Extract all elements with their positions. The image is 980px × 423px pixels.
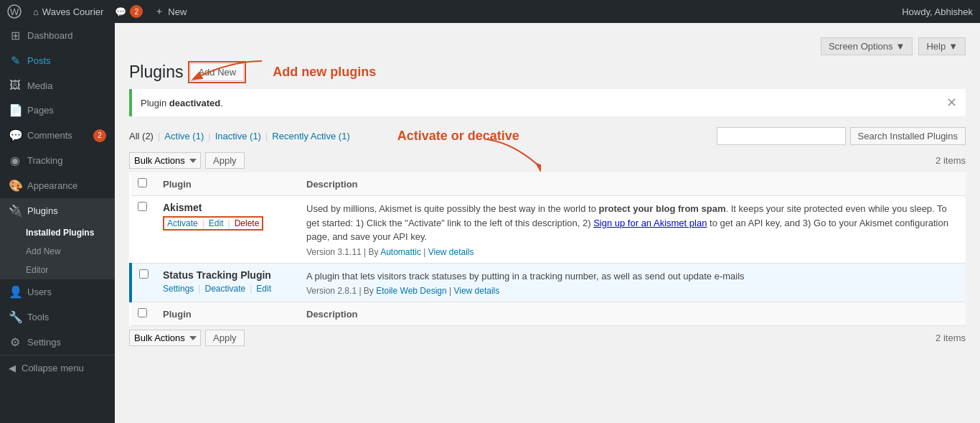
description-col-header: Description: [299, 172, 966, 196]
filter-bar: All (2) | Active (1) | Inactive (1) | Re…: [129, 127, 966, 145]
bulk-actions-bottom-select[interactable]: Bulk Actions: [129, 330, 201, 346]
bulk-actions-top: Bulk Actions Apply: [129, 152, 245, 169]
sidebar: ⊞ Dashboard ✎ Posts 🖼 Media 📄 Pages 💬 Co…: [0, 23, 115, 423]
akismet-description: Used by millions, Akismet is quite possi…: [306, 202, 958, 244]
akismet-actions: Activate | Edit | Delete: [163, 216, 292, 231]
tracking-edit-link[interactable]: Edit: [256, 284, 271, 294]
submenu-add-new[interactable]: Add New: [0, 242, 115, 261]
filter-inactive-link[interactable]: Inactive (1): [215, 131, 261, 141]
submenu-editor[interactable]: Editor: [0, 261, 115, 279]
sidebar-item-tracking[interactable]: ◉ Tracking: [0, 148, 115, 173]
help-btn[interactable]: Help ▼: [918, 37, 966, 55]
plugin-col-footer: Plugin: [156, 302, 299, 326]
sidebar-item-dashboard[interactable]: ⊞ Dashboard: [0, 23, 115, 48]
howdy-text: Howdy, Abhishek: [902, 6, 973, 17]
tracking-checkbox[interactable]: [139, 269, 149, 279]
admin-menu: ⊞ Dashboard ✎ Posts 🖼 Media 📄 Pages 💬 Co…: [0, 23, 115, 223]
appearance-icon: 🎨: [9, 179, 22, 192]
annotation-arrow: [187, 57, 265, 86]
sidebar-item-label: Posts: [27, 55, 51, 66]
search-plugins-btn[interactable]: Search Installed Plugins: [850, 127, 966, 145]
akismet-plan-link[interactable]: Sign up for an Akismet plan: [593, 218, 707, 228]
sidebar-item-posts[interactable]: ✎ Posts: [0, 48, 115, 73]
tracking-settings-link[interactable]: Settings: [163, 284, 194, 294]
sidebar-item-label: Appearance: [27, 180, 77, 191]
tracking-deactivate-link[interactable]: Deactivate: [204, 284, 245, 294]
comments-icon: 💬: [115, 6, 126, 17]
akismet-details-link[interactable]: View details: [428, 247, 474, 257]
select-all-checkbox[interactable]: [138, 178, 147, 187]
sidebar-item-plugins[interactable]: 🔌 Plugins: [0, 198, 115, 223]
akismet-checkbox[interactable]: [138, 202, 147, 211]
filter-active-link[interactable]: Active (1): [164, 131, 204, 141]
plugins-table: Plugin Description Akismet Activate: [129, 172, 966, 326]
akismet-checkbox-cell: [131, 196, 156, 264]
comments-badge: 2: [93, 129, 106, 142]
sidebar-item-pages[interactable]: 📄 Pages: [0, 98, 115, 123]
table-footer-header-row: Plugin Description: [131, 302, 966, 326]
akismet-name-cell: Akismet Activate | Edit | Delete: [156, 196, 299, 264]
media-icon: 🖼: [9, 79, 22, 92]
apply-top-btn[interactable]: Apply: [205, 152, 245, 169]
help-label: Help: [926, 41, 946, 52]
submenu-installed-plugins[interactable]: Installed Plugins: [0, 223, 115, 242]
table-row: Akismet Activate | Edit | Delete: [131, 196, 966, 264]
sidebar-item-label: Pages: [27, 105, 54, 116]
table-row: Status Tracking Plugin Settings | Deacti…: [131, 263, 966, 302]
collapse-icon: ◀: [9, 363, 16, 373]
akismet-delete-link[interactable]: Delete: [235, 218, 260, 228]
tracking-name: Status Tracking Plugin: [163, 269, 292, 281]
tracking-checkbox-cell: [131, 263, 156, 302]
akismet-activate-link[interactable]: Activate: [167, 218, 198, 228]
plus-icon: ＋: [154, 5, 164, 18]
site-name-link[interactable]: ⌂ Waves Courier: [33, 6, 103, 17]
tracking-meta: Version 2.8.1 | By Etoile Web Design | V…: [306, 286, 958, 296]
tracking-details-link[interactable]: View details: [453, 286, 499, 296]
notice-close-btn[interactable]: ✕: [946, 95, 957, 111]
filter-recently-active-link[interactable]: Recently Active (1): [272, 131, 349, 141]
collapse-menu-btn[interactable]: ◀ Collapse menu: [0, 355, 115, 381]
bulk-actions-top-select[interactable]: Bulk Actions: [129, 152, 201, 169]
collapse-label: Collapse menu: [22, 363, 84, 373]
sidebar-item-appearance[interactable]: 🎨 Appearance: [0, 173, 115, 198]
tracking-author-link[interactable]: Etoile Web Design: [376, 286, 447, 296]
plugins-icon: 🔌: [9, 204, 22, 218]
tracking-icon: ◉: [9, 154, 22, 167]
wp-logo-link[interactable]: W: [7, 4, 22, 19]
comments-count: 2: [130, 5, 143, 18]
sidebar-item-label: Tracking: [27, 155, 62, 166]
sidebar-item-comments[interactable]: 💬 Comments 2: [0, 123, 115, 148]
site-home-icon: ⌂: [33, 6, 39, 17]
screen-options-arrow-icon: ▼: [896, 41, 905, 52]
annotation-text: Add new plugins: [273, 65, 376, 79]
comments-link[interactable]: 💬 2: [115, 5, 143, 18]
akismet-desc-cell: Used by millions, Akismet is quite possi…: [299, 196, 966, 264]
page-title: Plugins: [129, 62, 183, 82]
filter-all-link[interactable]: All (2): [129, 131, 154, 141]
sidebar-item-label: Media: [27, 80, 52, 91]
main-content: Screen Options ▼ Help ▼ Plugins Add New: [115, 23, 980, 423]
users-icon: 👤: [9, 285, 22, 299]
plugin-col-header: Plugin: [156, 172, 299, 196]
posts-icon: ✎: [9, 54, 22, 68]
akismet-edit-link[interactable]: Edit: [209, 218, 224, 228]
submenu-label: Add New: [26, 246, 61, 256]
sidebar-item-users[interactable]: 👤 Users: [0, 279, 115, 305]
sidebar-item-settings[interactable]: ⚙ Settings: [0, 330, 115, 355]
search-plugins-input[interactable]: [717, 127, 846, 145]
admin-menu-bottom: 👤 Users 🔧 Tools ⚙ Settings: [0, 279, 115, 355]
add-plugins-annotation: Add new plugins: [273, 65, 376, 80]
akismet-name: Akismet: [163, 202, 292, 213]
submenu-label: Installed Plugins: [26, 228, 94, 238]
akismet-author-link[interactable]: Automattic: [380, 247, 421, 257]
apply-bottom-btn[interactable]: Apply: [205, 330, 245, 346]
tracking-desc-cell: A plugin that lets visitors track status…: [299, 263, 966, 302]
sidebar-item-media[interactable]: 🖼 Media: [0, 73, 115, 98]
sidebar-item-tools[interactable]: 🔧 Tools: [0, 305, 115, 330]
svg-text:W: W: [10, 6, 19, 17]
screen-options-btn[interactable]: Screen Options ▼: [821, 37, 913, 55]
new-content-link[interactable]: ＋ New: [154, 5, 187, 18]
pages-icon: 📄: [9, 103, 22, 117]
items-count-top: 2 items: [936, 155, 966, 166]
select-all-footer-checkbox[interactable]: [138, 308, 147, 317]
